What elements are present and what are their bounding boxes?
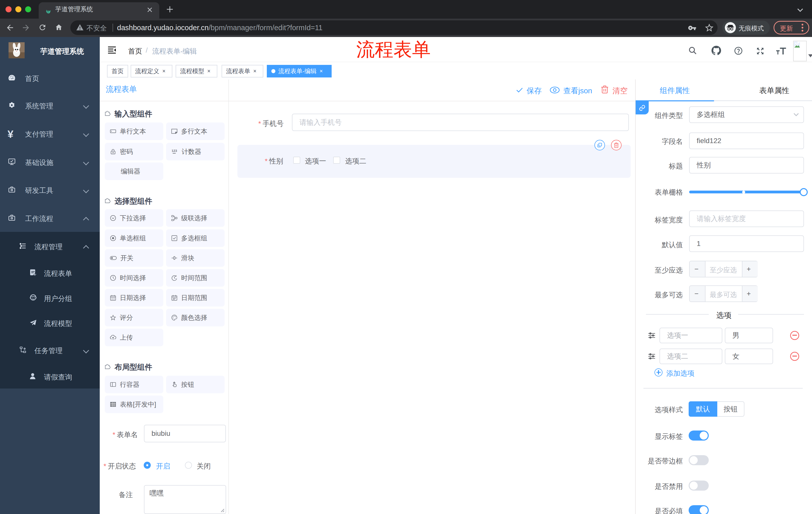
- svg-text:123: 123: [172, 149, 177, 153]
